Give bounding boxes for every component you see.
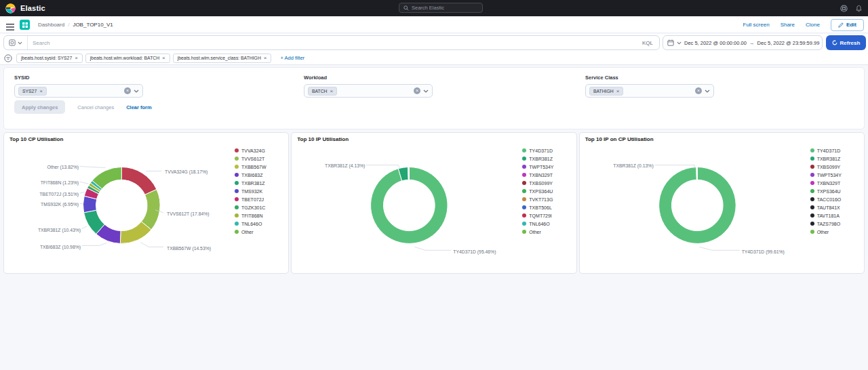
legend-item-other[interactable]: Other — [522, 228, 553, 236]
legend-dot-icon — [810, 165, 814, 169]
legend-item-other[interactable]: Other — [235, 228, 267, 236]
clone-button[interactable]: Clone — [806, 22, 820, 28]
remove-filter-icon[interactable]: × — [264, 55, 267, 61]
alerts-icon[interactable] — [855, 5, 863, 12]
legend-label: TACC016O — [817, 197, 842, 202]
filter-pill-sysid[interactable]: jbeats.host.sysid: SYS27 × — [16, 54, 83, 63]
slice-callout-label: TXBI683Z (10.98%) — [40, 245, 81, 249]
legend-label: TAUT841X — [817, 205, 840, 210]
global-search-input[interactable]: Search Elastic — [399, 3, 483, 13]
filter-pill-service-class[interactable]: jbeats.host.wlm.service_class: BATHIGH × — [173, 54, 272, 63]
legend-label: TXBR381Z — [817, 157, 841, 161]
dashboard-app-icon[interactable] — [20, 20, 30, 30]
legend-item-txbr381z[interactable]: TXBR381Z — [810, 155, 842, 163]
legend-item-tqmt729i[interactable]: TQMT729I — [522, 211, 553, 220]
menu-icon[interactable] — [6, 21, 14, 33]
legend-item-txbn329t[interactable]: TXBN329T — [810, 179, 842, 187]
legend-item-tgzk301c[interactable]: TGZK301C — [235, 203, 267, 211]
chevron-down-icon[interactable] — [705, 89, 710, 93]
chevron-down-icon — [677, 41, 682, 45]
legend-item-txbn329t[interactable]: TXBN329T — [522, 171, 553, 179]
legend-item-twpt534y[interactable]: TWPT534Y — [810, 171, 842, 179]
legend-item-txps364u[interactable]: TXPS364U — [810, 187, 842, 195]
chevron-down-icon[interactable] — [423, 89, 429, 93]
legend-item-tms932k[interactable]: TMS932K — [235, 187, 267, 195]
legend-item-tnl646o[interactable]: TNL646O — [235, 220, 267, 228]
elastic-logo-icon[interactable] — [5, 3, 16, 14]
full-screen-button[interactable]: Full screen — [743, 22, 770, 28]
add-filter-button[interactable]: + Add filter — [280, 55, 304, 61]
date-end[interactable]: Dec 5, 2022 @ 23:59:59.99 — [757, 40, 820, 46]
service-class-label: Service Class — [585, 75, 714, 81]
sysid-combobox[interactable]: SYS27 × × — [14, 84, 143, 98]
app-toolbar: Dashboard / JOB_TOP10_V1 Full screen Sha… — [0, 16, 868, 33]
panel-title: Top 10 CP Utilisation — [9, 136, 63, 142]
clear-selection-icon[interactable]: × — [124, 87, 131, 94]
legend-item-txps364u[interactable]: TXPS364U — [522, 187, 553, 195]
slice-callout-label: TXBB567W (14.53%) — [167, 246, 211, 251]
apply-changes-button[interactable]: Apply changes — [14, 100, 65, 114]
sysid-field-group: SYSID SYS27 × × — [14, 75, 143, 98]
legend-item-tavt181a[interactable]: TAVT181A — [810, 211, 842, 220]
legend-item-twpt534y[interactable]: TWPT534Y — [522, 163, 553, 171]
remove-filter-icon[interactable]: × — [75, 55, 78, 61]
refresh-button[interactable]: Refresh — [826, 35, 866, 50]
clear-selection-icon[interactable]: × — [695, 87, 702, 94]
filter-pill-workload[interactable]: jbeats.host.wlm.workload: BATCH × — [85, 54, 170, 63]
date-start[interactable]: Dec 5, 2022 @ 00:00:00.00 — [684, 40, 747, 46]
legend-item-txbs099y[interactable]: TXBS099Y — [810, 163, 842, 171]
remove-value-icon[interactable]: × — [330, 88, 334, 94]
workload-combobox[interactable]: BATCH × × — [304, 84, 433, 98]
legend-dot-icon — [810, 148, 814, 152]
legend-item-txbb567w[interactable]: TXBB567W — [235, 163, 267, 171]
legend-dot-icon — [235, 157, 239, 161]
chevron-down-icon[interactable] — [134, 89, 139, 93]
legend-item-ty4d371d[interactable]: TY4D371D — [522, 146, 553, 155]
edit-button[interactable]: Edit — [831, 19, 864, 31]
legend-item-taut841x[interactable]: TAUT841X — [810, 203, 842, 211]
filter-options-icon[interactable] — [4, 54, 12, 62]
selected-value-pill: BATHIGH × — [589, 87, 623, 96]
kql-language-button[interactable]: KQL — [642, 40, 659, 46]
saved-query-menu-button[interactable] — [4, 36, 28, 49]
legend-item-txbr381z[interactable]: TXBR381Z — [235, 179, 267, 187]
legend-item-txbi683z[interactable]: TXBI683Z — [235, 171, 267, 179]
service-class-combobox[interactable]: BATHIGH × × — [585, 84, 714, 98]
legend-label: Other — [529, 230, 541, 234]
legend-item-tacc016o[interactable]: TACC016O — [810, 195, 842, 203]
help-icon[interactable] — [840, 5, 848, 12]
date-picker[interactable]: Dec 5, 2022 @ 00:00:00.00 → Dec 5, 2022 … — [663, 35, 823, 50]
query-input[interactable]: Search — [28, 40, 642, 46]
legend-item-tfit868n[interactable]: TFIT868N — [235, 211, 267, 220]
slice-callout-label: Other (13.82%) — [47, 165, 79, 169]
share-button[interactable]: Share — [781, 22, 795, 28]
legend-dot-icon — [522, 165, 526, 169]
legend-label: TXBS099Y — [529, 181, 553, 186]
legend-item-tvkt713g[interactable]: TVKT713G — [522, 195, 553, 203]
legend-item-txbr381z[interactable]: TXBR381Z — [522, 155, 553, 163]
chart-legend: TVVA324GTVVS612TTXBB567WTXBI683ZTXBR381Z… — [235, 146, 267, 236]
remove-value-icon[interactable]: × — [39, 88, 43, 94]
legend-dot-icon — [810, 205, 814, 209]
legend-item-ty4d371d[interactable]: TY4D371D — [810, 146, 842, 155]
cancel-changes-button[interactable]: Cancel changes — [77, 104, 114, 110]
legend-item-tazs798o[interactable]: TAZS798O — [810, 220, 842, 228]
clear-form-button[interactable]: Clear form — [126, 104, 152, 110]
breadcrumb-dashboard[interactable]: Dashboard — [38, 22, 64, 28]
legend-item-tvvs612t[interactable]: TVVS612T — [235, 155, 267, 163]
legend-item-txbs099y[interactable]: TXBS099Y — [522, 179, 553, 187]
legend-label: TFIT868N — [241, 213, 263, 218]
legend-item-tbet072j[interactable]: TBET072J — [235, 195, 267, 203]
legend-item-other[interactable]: Other — [810, 228, 842, 236]
panel-top10-ip-utilisation: Top 10 IP Utilisation TY4D371DTXBR381ZTW… — [291, 132, 576, 274]
clear-selection-icon[interactable]: × — [414, 87, 420, 94]
legend-item-tvva324g[interactable]: TVVA324G — [235, 146, 267, 155]
remove-value-icon[interactable]: × — [616, 88, 620, 94]
legend-label: TXBT506L — [529, 205, 551, 210]
legend-item-tnl646o[interactable]: TNL646O — [522, 220, 553, 228]
date-range-arrow-icon: → — [748, 40, 756, 46]
legend-item-txbt506l[interactable]: TXBT506L — [522, 203, 553, 211]
remove-filter-icon[interactable]: × — [162, 55, 165, 61]
legend-dot-icon — [235, 181, 239, 185]
legend-dot-icon — [810, 222, 814, 226]
